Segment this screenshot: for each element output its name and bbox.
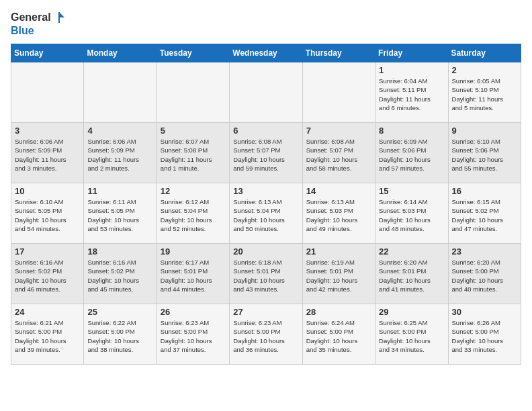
day-info: Sunrise: 6:16 AM Sunset: 5:02 PM Dayligh…	[87, 258, 152, 293]
calendar-day-cell: 1Sunrise: 6:04 AM Sunset: 5:11 PM Daylig…	[375, 62, 448, 123]
calendar-day-cell: 13Sunrise: 6:13 AM Sunset: 5:04 PM Dayli…	[230, 183, 302, 244]
day-number: 27	[233, 307, 298, 317]
day-number: 26	[161, 307, 226, 317]
day-info: Sunrise: 6:16 AM Sunset: 5:02 PM Dayligh…	[15, 258, 80, 293]
calendar-day-cell: 3Sunrise: 6:06 AM Sunset: 5:09 PM Daylig…	[11, 123, 84, 183]
calendar-day-cell: 26Sunrise: 6:23 AM Sunset: 5:00 PM Dayli…	[157, 304, 229, 365]
day-info: Sunrise: 6:15 AM Sunset: 5:02 PM Dayligh…	[452, 197, 517, 233]
day-info: Sunrise: 6:19 AM Sunset: 5:01 PM Dayligh…	[306, 258, 371, 293]
weekday-header-tuesday: Tuesday	[157, 44, 229, 62]
day-number: 21	[306, 246, 371, 257]
svg-marker-0	[59, 12, 64, 17]
day-info: Sunrise: 6:20 AM Sunset: 5:00 PM Dayligh…	[452, 258, 517, 293]
day-info: Sunrise: 6:18 AM Sunset: 5:01 PM Dayligh…	[233, 258, 298, 293]
calendar-day-cell: 5Sunrise: 6:07 AM Sunset: 5:08 PM Daylig…	[157, 123, 229, 183]
page-header: General Blue	[11, 11, 521, 37]
calendar-day-cell: 11Sunrise: 6:11 AM Sunset: 5:05 PM Dayli…	[84, 183, 157, 244]
calendar-day-cell: 9Sunrise: 6:10 AM Sunset: 5:06 PM Daylig…	[448, 123, 521, 183]
day-info: Sunrise: 6:11 AM Sunset: 5:05 PM Dayligh…	[87, 197, 152, 233]
calendar-day-cell: 27Sunrise: 6:23 AM Sunset: 5:00 PM Dayli…	[230, 304, 302, 365]
day-number: 8	[379, 126, 444, 136]
calendar-week-row: 10Sunrise: 6:10 AM Sunset: 5:05 PM Dayli…	[11, 183, 521, 244]
day-number: 20	[233, 246, 298, 257]
calendar-day-cell: 29Sunrise: 6:25 AM Sunset: 5:00 PM Dayli…	[375, 304, 448, 365]
calendar-week-row: 24Sunrise: 6:21 AM Sunset: 5:00 PM Dayli…	[11, 304, 521, 365]
day-info: Sunrise: 6:08 AM Sunset: 5:07 PM Dayligh…	[306, 137, 371, 173]
day-number: 7	[306, 126, 371, 136]
day-number: 4	[87, 126, 152, 136]
weekday-header-friday: Friday	[375, 44, 448, 62]
day-info: Sunrise: 6:14 AM Sunset: 5:03 PM Dayligh…	[379, 197, 444, 233]
day-number: 23	[452, 246, 517, 257]
calendar-week-row: 3Sunrise: 6:06 AM Sunset: 5:09 PM Daylig…	[11, 123, 521, 183]
calendar-day-cell: 2Sunrise: 6:05 AM Sunset: 5:10 PM Daylig…	[448, 62, 521, 123]
day-number: 19	[161, 246, 226, 257]
calendar-day-cell: 23Sunrise: 6:20 AM Sunset: 5:00 PM Dayli…	[448, 244, 521, 304]
day-info: Sunrise: 6:25 AM Sunset: 5:00 PM Dayligh…	[379, 318, 444, 354]
weekday-header-thursday: Thursday	[302, 44, 375, 62]
day-info: Sunrise: 6:12 AM Sunset: 5:04 PM Dayligh…	[161, 197, 226, 233]
day-info: Sunrise: 6:10 AM Sunset: 5:06 PM Dayligh…	[452, 137, 517, 173]
calendar-day-cell: 10Sunrise: 6:10 AM Sunset: 5:05 PM Dayli…	[11, 183, 84, 244]
calendar-day-cell: 28Sunrise: 6:24 AM Sunset: 5:00 PM Dayli…	[302, 304, 375, 365]
calendar-day-cell: 4Sunrise: 6:06 AM Sunset: 5:09 PM Daylig…	[84, 123, 157, 183]
calendar-day-cell: 14Sunrise: 6:13 AM Sunset: 5:03 PM Dayli…	[302, 183, 375, 244]
calendar-day-cell: 7Sunrise: 6:08 AM Sunset: 5:07 PM Daylig…	[302, 123, 375, 183]
weekday-header-saturday: Saturday	[448, 44, 521, 62]
day-info: Sunrise: 6:10 AM Sunset: 5:05 PM Dayligh…	[15, 197, 80, 233]
weekday-header-monday: Monday	[84, 44, 157, 62]
calendar-day-cell: 20Sunrise: 6:18 AM Sunset: 5:01 PM Dayli…	[230, 244, 302, 304]
calendar-day-cell: 22Sunrise: 6:20 AM Sunset: 5:01 PM Dayli…	[375, 244, 448, 304]
day-info: Sunrise: 6:23 AM Sunset: 5:00 PM Dayligh…	[233, 318, 298, 354]
day-number: 2	[452, 65, 517, 75]
empty-day-cell	[11, 62, 84, 123]
logo-flag-icon	[52, 11, 66, 24]
day-number: 14	[306, 186, 371, 196]
day-info: Sunrise: 6:06 AM Sunset: 5:09 PM Dayligh…	[87, 137, 152, 173]
day-info: Sunrise: 6:21 AM Sunset: 5:00 PM Dayligh…	[15, 318, 80, 354]
day-info: Sunrise: 6:05 AM Sunset: 5:10 PM Dayligh…	[452, 77, 517, 112]
calendar-table: SundayMondayTuesdayWednesdayThursdayFrid…	[11, 44, 521, 365]
svg-rect-1	[58, 12, 60, 23]
day-info: Sunrise: 6:22 AM Sunset: 5:00 PM Dayligh…	[87, 318, 152, 354]
empty-day-cell	[230, 62, 302, 123]
day-info: Sunrise: 6:04 AM Sunset: 5:11 PM Dayligh…	[379, 77, 444, 112]
day-number: 11	[87, 186, 152, 196]
calendar-day-cell: 12Sunrise: 6:12 AM Sunset: 5:04 PM Dayli…	[157, 183, 229, 244]
day-info: Sunrise: 6:06 AM Sunset: 5:09 PM Dayligh…	[15, 137, 80, 173]
day-number: 15	[379, 186, 444, 196]
calendar-week-row: 17Sunrise: 6:16 AM Sunset: 5:02 PM Dayli…	[11, 244, 521, 304]
calendar-day-cell: 25Sunrise: 6:22 AM Sunset: 5:00 PM Dayli…	[84, 304, 157, 365]
day-info: Sunrise: 6:13 AM Sunset: 5:04 PM Dayligh…	[233, 197, 298, 233]
day-number: 16	[452, 186, 517, 196]
day-info: Sunrise: 6:20 AM Sunset: 5:01 PM Dayligh…	[379, 258, 444, 293]
weekday-header-sunday: Sunday	[11, 44, 84, 62]
calendar-day-cell: 17Sunrise: 6:16 AM Sunset: 5:02 PM Dayli…	[11, 244, 84, 304]
day-number: 9	[452, 126, 517, 136]
day-number: 10	[15, 186, 80, 196]
logo: General Blue	[11, 11, 66, 37]
day-number: 3	[15, 126, 80, 136]
day-number: 5	[161, 126, 226, 136]
day-number: 30	[452, 307, 517, 317]
day-number: 17	[15, 246, 80, 257]
day-number: 28	[306, 307, 371, 317]
day-info: Sunrise: 6:24 AM Sunset: 5:00 PM Dayligh…	[306, 318, 371, 354]
calendar-week-row: 1Sunrise: 6:04 AM Sunset: 5:11 PM Daylig…	[11, 62, 521, 123]
day-number: 22	[379, 246, 444, 257]
day-info: Sunrise: 6:09 AM Sunset: 5:06 PM Dayligh…	[379, 137, 444, 173]
empty-day-cell	[84, 62, 157, 123]
calendar-day-cell: 15Sunrise: 6:14 AM Sunset: 5:03 PM Dayli…	[375, 183, 448, 244]
calendar-day-cell: 16Sunrise: 6:15 AM Sunset: 5:02 PM Dayli…	[448, 183, 521, 244]
day-number: 1	[379, 65, 444, 75]
logo-general-text: General	[11, 11, 51, 24]
calendar-day-cell: 21Sunrise: 6:19 AM Sunset: 5:01 PM Dayli…	[302, 244, 375, 304]
day-number: 29	[379, 307, 444, 317]
calendar-day-cell: 19Sunrise: 6:17 AM Sunset: 5:01 PM Dayli…	[157, 244, 229, 304]
weekday-header-row: SundayMondayTuesdayWednesdayThursdayFrid…	[11, 44, 521, 62]
day-number: 12	[161, 186, 226, 196]
day-number: 24	[15, 307, 80, 317]
day-number: 18	[87, 246, 152, 257]
calendar-day-cell: 24Sunrise: 6:21 AM Sunset: 5:00 PM Dayli…	[11, 304, 84, 365]
calendar-day-cell: 8Sunrise: 6:09 AM Sunset: 5:06 PM Daylig…	[375, 123, 448, 183]
